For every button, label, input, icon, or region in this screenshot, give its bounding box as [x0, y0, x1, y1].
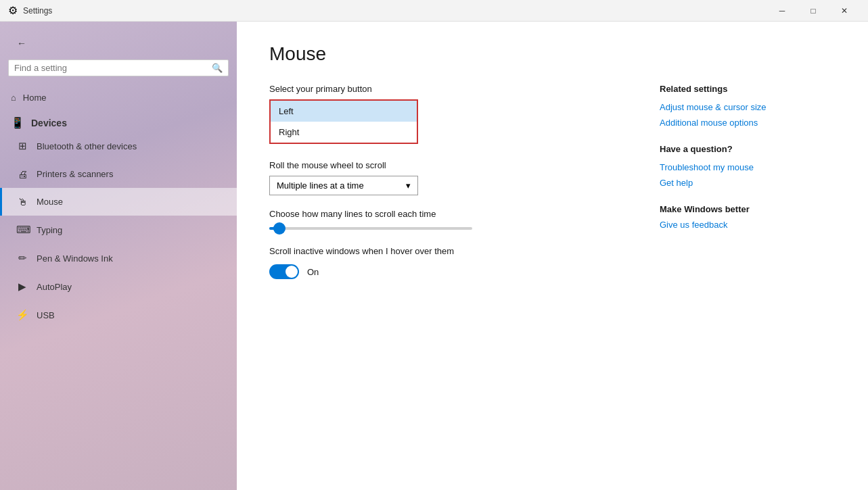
bluetooth-icon: ⊞ — [16, 140, 28, 152]
sidebar-item-home[interactable]: ⌂ Home — [0, 84, 237, 111]
minimize-button[interactable]: ─ — [767, 0, 798, 22]
troubleshoot-link[interactable]: Troubleshoot my mouse — [660, 162, 836, 172]
dropdown-item-left[interactable]: Left — [271, 101, 417, 122]
printers-label: Printers & scanners — [37, 169, 113, 179]
home-label: Home — [23, 93, 47, 103]
typing-label: Typing — [37, 225, 62, 235]
main-layout: ← 🔍 ⌂ Home 📱 Devices ⊞ Bluetooth & other… — [0, 22, 868, 490]
dropdown-item-right[interactable]: Right — [271, 122, 417, 143]
content-area: Mouse Select your primary button Left Ri… — [237, 22, 868, 490]
close-button[interactable]: ✕ — [829, 0, 860, 22]
toggle-knob — [285, 266, 298, 278]
title-bar-left: ⚙ Settings — [8, 4, 52, 17]
devices-label: Devices — [31, 118, 67, 128]
pen-icon: ✏ — [16, 252, 28, 264]
sidebar-top: ← — [0, 22, 237, 59]
sidebar-item-usb[interactable]: ⚡ USB — [0, 301, 237, 329]
title-bar: ⚙ Settings ─ □ ✕ — [0, 0, 868, 22]
dropdown-open-container: Left Right — [269, 99, 418, 144]
maximize-button[interactable]: □ — [798, 0, 829, 22]
inactive-toggle-row: On — [269, 264, 627, 279]
inactive-windows-label: Scroll inactive windows when I hover ove… — [269, 246, 627, 256]
pen-label: Pen & Windows Ink — [37, 253, 113, 264]
slider-track — [269, 227, 472, 230]
main-settings: Select your primary button Left Right Ro… — [269, 84, 627, 279]
back-button[interactable]: ← — [11, 32, 32, 54]
bluetooth-label: Bluetooth & other devices — [37, 141, 137, 151]
roll-scroll-label: Roll the mouse wheel to scroll — [269, 160, 627, 170]
make-windows-better-heading: Make Windows better — [660, 204, 836, 214]
autoplay-icon: ▶ — [16, 280, 28, 293]
sidebar-item-autoplay[interactable]: ▶ AutoPlay — [0, 272, 237, 301]
sidebar: ← 🔍 ⌂ Home 📱 Devices ⊞ Bluetooth & other… — [0, 22, 237, 490]
autoplay-label: AutoPlay — [37, 282, 72, 292]
primary-button-dropdown[interactable]: Left Right — [269, 99, 418, 144]
related-settings-title: Related settings — [660, 84, 836, 94]
lines-label: Choose how many lines to scroll each tim… — [269, 209, 627, 219]
feedback-link[interactable]: Give us feedback — [660, 220, 836, 230]
inactive-toggle[interactable] — [269, 264, 299, 279]
primary-button-label: Select your primary button — [269, 84, 627, 94]
sidebar-item-typing[interactable]: ⌨ Typing — [0, 216, 237, 244]
search-icon: 🔍 — [212, 63, 223, 73]
usb-label: USB — [37, 310, 55, 320]
right-panel: Related settings Adjust mouse & cursor s… — [660, 84, 836, 279]
chevron-down-icon: ▾ — [406, 180, 411, 191]
mouse-label: Mouse — [37, 197, 63, 207]
mouse-icon: 🖱 — [16, 196, 28, 207]
sidebar-item-pen[interactable]: ✏ Pen & Windows Ink — [0, 244, 237, 272]
title-text: Settings — [23, 6, 52, 16]
search-box[interactable]: 🔍 — [8, 59, 229, 76]
have-question-heading: Have a question? — [660, 144, 836, 154]
sidebar-item-bluetooth[interactable]: ⊞ Bluetooth & other devices — [0, 132, 237, 160]
content-inner: Select your primary button Left Right Ro… — [269, 84, 836, 279]
printer-icon: 🖨 — [16, 168, 28, 180]
usb-icon: ⚡ — [16, 309, 28, 321]
scroll-lines-slider[interactable] — [269, 227, 472, 230]
sidebar-item-mouse[interactable]: 🖱 Mouse — [0, 188, 237, 216]
search-input[interactable] — [14, 63, 212, 73]
scroll-dropdown-value: Multiple lines at a time — [277, 180, 364, 191]
devices-header: 📱 Devices — [0, 111, 237, 132]
sidebar-item-printers[interactable]: 🖨 Printers & scanners — [0, 160, 237, 188]
adjust-cursor-link[interactable]: Adjust mouse & cursor size — [660, 102, 836, 112]
scroll-dropdown[interactable]: Multiple lines at a time ▾ — [269, 176, 418, 195]
page-title: Mouse — [269, 43, 836, 65]
keyboard-icon: ⌨ — [16, 224, 28, 236]
additional-options-link[interactable]: Additional mouse options — [660, 118, 836, 128]
settings-icon: ⚙ — [8, 4, 18, 17]
home-icon: ⌂ — [11, 93, 16, 103]
toggle-state-text: On — [307, 267, 319, 277]
slider-thumb[interactable] — [273, 222, 285, 235]
title-controls: ─ □ ✕ — [767, 0, 860, 22]
get-help-link[interactable]: Get help — [660, 178, 836, 188]
devices-icon: 📱 — [11, 116, 24, 129]
